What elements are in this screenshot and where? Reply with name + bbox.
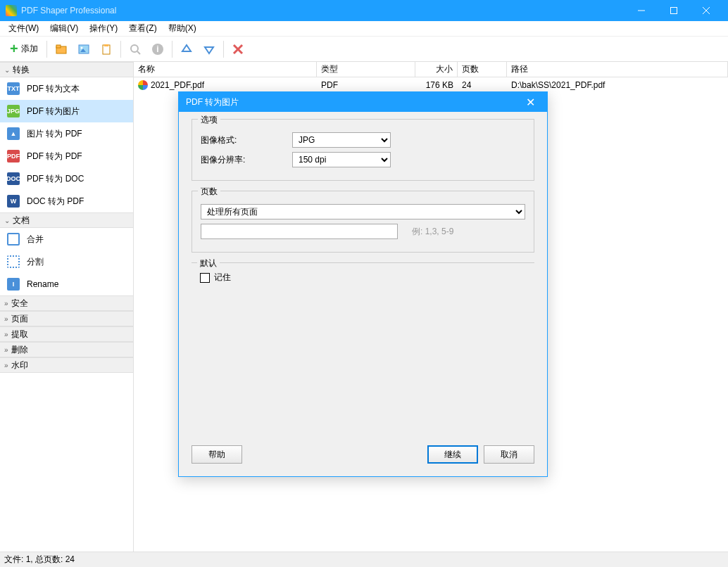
status-text: 文件: 1, 总页数: 24 — [4, 554, 75, 566]
info-button[interactable]: i — [146, 38, 169, 60]
dialog-close-button[interactable]: ✕ — [520, 92, 540, 112]
continue-button[interactable]: 继续 — [427, 445, 478, 464]
txt-icon: TXT — [7, 82, 20, 95]
split-icon — [7, 255, 20, 268]
pages-hint: 例: 1,3, 5-9 — [412, 226, 453, 238]
add-image-button[interactable] — [73, 38, 95, 60]
doc-icon: DOC — [7, 172, 20, 185]
dialog-body: 选项 图像格式: JPG 图像分辨率: 150 dpi 页数 处理所有页面 例:… — [179, 112, 547, 303]
col-type[interactable]: 类型 — [317, 62, 415, 77]
menu-file[interactable]: 文件(W) — [3, 21, 44, 36]
menu-view[interactable]: 查看(Z) — [123, 21, 162, 36]
chevron-right-icon: » — [4, 362, 8, 369]
sidebar: ⌄转换 TXTPDF 转为文本 JPGPDF 转为图片 ▲图片 转为 PDF P… — [0, 62, 134, 552]
category-delete[interactable]: »删除 — [0, 342, 133, 357]
image-format-select[interactable]: JPG — [292, 132, 391, 148]
col-pages[interactable]: 页数 — [458, 62, 507, 77]
file-name: 2021_PDF.pdf — [151, 80, 204, 90]
category-convert[interactable]: ⌄转换 — [0, 62, 133, 77]
svg-point-11 — [131, 45, 138, 52]
move-down-button[interactable] — [198, 38, 220, 60]
file-type: PDF — [317, 80, 415, 90]
file-size: 176 KB — [415, 80, 458, 90]
svg-marker-15 — [182, 45, 191, 51]
col-name[interactable]: 名称 — [134, 62, 317, 77]
help-button[interactable]: 帮助 — [192, 445, 242, 464]
col-path[interactable]: 路径 — [507, 62, 728, 77]
category-watermark[interactable]: »水印 — [0, 357, 133, 373]
separator — [46, 41, 47, 58]
category-document[interactable]: ⌄文档 — [0, 212, 133, 228]
sidebar-item-pdf-to-doc[interactable]: DOCPDF 转为 DOC — [0, 167, 133, 190]
svg-line-12 — [137, 51, 140, 54]
delete-button[interactable] — [227, 38, 249, 60]
menubar: 文件(W) 编辑(V) 操作(Y) 查看(Z) 帮助(X) — [0, 21, 728, 37]
pdf-icon: PDF — [7, 150, 20, 163]
fieldset-default: 默认 记住 — [192, 262, 534, 286]
search-button[interactable] — [124, 38, 146, 60]
titlebar: PDF Shaper Professional — [0, 0, 728, 21]
svg-rect-6 — [79, 45, 89, 53]
sidebar-item-split[interactable]: 分割 — [0, 250, 133, 273]
plus-icon: + — [10, 41, 18, 57]
maximize-button[interactable] — [658, 0, 690, 21]
menu-edit[interactable]: 编辑(V) — [44, 21, 84, 36]
svg-point-7 — [80, 46, 82, 49]
dialog-titlebar[interactable]: PDF 转为图片 ✕ — [179, 92, 547, 112]
add-folder-button[interactable] — [50, 38, 73, 60]
file-path: D:\bak\SS\2021_PDF.pdf — [507, 80, 728, 90]
svg-rect-10 — [104, 44, 108, 46]
default-legend: 默认 — [197, 257, 220, 269]
merge-icon — [7, 233, 20, 246]
minimize-button[interactable] — [625, 0, 658, 21]
sidebar-item-merge[interactable]: 合并 — [0, 228, 133, 250]
col-size[interactable]: 大小 — [415, 62, 458, 77]
app-icon — [6, 5, 17, 16]
svg-rect-1 — [671, 8, 677, 14]
pages-legend: 页数 — [198, 186, 220, 198]
remember-checkbox[interactable] — [200, 273, 210, 283]
category-page[interactable]: »页面 — [0, 311, 133, 326]
sidebar-item-pdf-to-pdf[interactable]: PDFPDF 转为 PDF — [0, 145, 133, 167]
window-title: PDF Shaper Professional — [21, 6, 625, 15]
chevron-right-icon: » — [4, 331, 8, 338]
svg-text:i: i — [156, 44, 158, 54]
image-icon: ▲ — [7, 127, 20, 140]
jpg-icon: JPG — [7, 105, 20, 117]
dialog-buttons: 帮助 继续 取消 — [192, 445, 534, 464]
image-format-label: 图像格式: — [201, 134, 285, 146]
file-pages: 24 — [458, 80, 507, 90]
chevron-right-icon: » — [4, 300, 8, 307]
column-headers: 名称 类型 大小 页数 路径 — [134, 62, 728, 77]
paste-button[interactable] — [95, 38, 118, 60]
category-security[interactable]: »安全 — [0, 295, 133, 311]
chevron-right-icon: » — [4, 315, 8, 323]
svg-marker-16 — [205, 47, 213, 53]
menu-help[interactable]: 帮助(X) — [163, 21, 202, 36]
cancel-button[interactable]: 取消 — [484, 445, 534, 464]
sidebar-item-pdf-to-image[interactable]: JPGPDF 转为图片 — [0, 100, 133, 122]
pages-mode-select[interactable]: 处理所有页面 — [201, 204, 525, 219]
chevron-down-icon: ⌄ — [4, 217, 10, 224]
add-button[interactable]: + 添加 — [4, 38, 44, 60]
resolution-select[interactable]: 150 dpi — [292, 152, 391, 167]
separator — [223, 41, 224, 58]
resolution-label: 图像分辨率: — [201, 154, 285, 166]
separator — [120, 41, 121, 58]
sidebar-item-rename[interactable]: IRename — [0, 273, 133, 295]
dialog-title: PDF 转为图片 — [186, 96, 520, 108]
file-row[interactable]: 2021_PDF.pdf PDF 176 KB 24 D:\bak\SS\202… — [134, 77, 728, 93]
sidebar-item-doc-to-pdf[interactable]: WDOC 转为 PDF — [0, 190, 133, 212]
svg-rect-5 — [56, 45, 61, 48]
remember-label: 记住 — [214, 272, 231, 284]
toolbar: + 添加 i — [0, 37, 728, 62]
sidebar-item-pdf-to-text[interactable]: TXTPDF 转为文本 — [0, 77, 133, 100]
close-button[interactable] — [690, 0, 722, 21]
menu-action[interactable]: 操作(Y) — [84, 21, 123, 36]
statusbar: 文件: 1, 总页数: 24 — [0, 552, 728, 567]
category-extract[interactable]: »提取 — [0, 326, 133, 342]
chevron-down-icon: ⌄ — [4, 66, 10, 74]
sidebar-item-image-to-pdf[interactable]: ▲图片 转为 PDF — [0, 122, 133, 145]
separator — [172, 41, 172, 58]
move-up-button[interactable] — [175, 38, 198, 60]
